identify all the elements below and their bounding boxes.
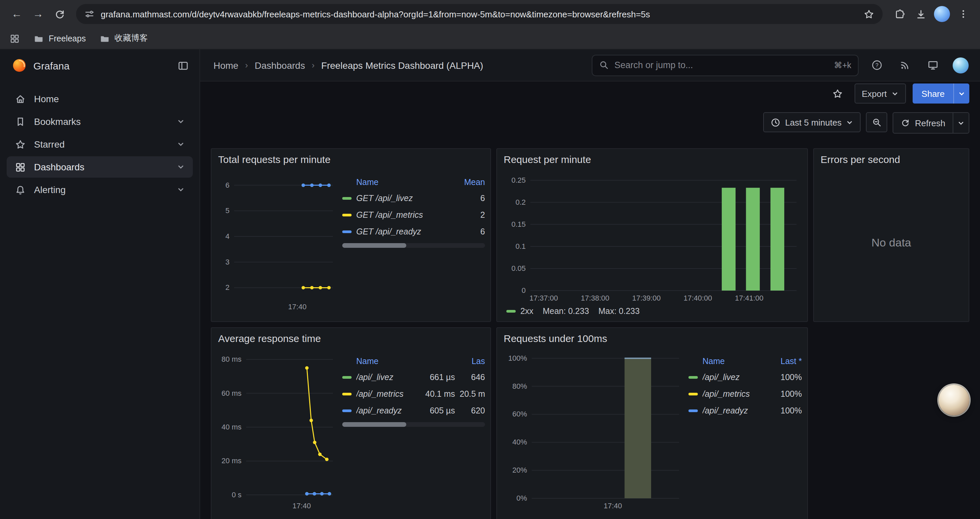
scrollbar-thumb[interactable]	[342, 243, 407, 248]
sidebar-item-alerting[interactable]: Alerting	[7, 179, 193, 200]
grafana-logo[interactable]	[12, 58, 27, 73]
main-area: Home › Dashboards › Freeleaps Metrics Da…	[200, 50, 980, 519]
chevron-down-icon[interactable]	[177, 163, 185, 171]
chevron-down-icon[interactable]	[177, 186, 185, 194]
series-swatch	[342, 197, 352, 200]
svg-text:0%: 0%	[516, 494, 527, 502]
series-swatch	[506, 310, 516, 313]
series-swatch	[342, 230, 352, 233]
favorite-dashboard-button[interactable]	[827, 83, 848, 104]
legend-col-name[interactable]: Name	[356, 357, 413, 366]
series-name[interactable]: /api/_readyz	[703, 406, 767, 415]
svg-text:17:39:00: 17:39:00	[632, 294, 661, 302]
svg-text:0.05: 0.05	[511, 264, 526, 273]
series-name[interactable]: /api/_metrics	[703, 389, 767, 398]
share-menu-button[interactable]	[953, 83, 969, 104]
apps-grid-icon[interactable]	[10, 33, 20, 44]
svg-text:20%: 20%	[512, 466, 527, 474]
panel-requests-under-100ms: Requests under 100ms 0%20%40%60%80%100%1…	[496, 327, 808, 519]
export-button[interactable]: Export	[854, 83, 906, 104]
bookmark-star-icon[interactable]	[863, 8, 875, 20]
grafana-header: Home › Dashboards › Freeleaps Metrics Da…	[200, 50, 980, 81]
series-name[interactable]: /api/_metrics	[356, 389, 413, 398]
chevron-down-icon	[957, 119, 965, 126]
requests-bar-chart: 00.050.10.150.20.2517:37:0017:38:0017:39…	[502, 167, 802, 304]
breadcrumb-home[interactable]: Home	[213, 60, 239, 70]
sidebar-item-label: Alerting	[34, 184, 66, 195]
series-mean: 40.1 ms	[418, 389, 455, 398]
sidebar-item-starred[interactable]: Starred	[7, 134, 193, 155]
svg-text:3: 3	[226, 258, 229, 266]
omnibox[interactable]	[76, 4, 883, 24]
legend-row: GET /api/_metrics 2	[342, 206, 485, 223]
url-input[interactable]	[101, 9, 857, 19]
svg-text:0.2: 0.2	[515, 198, 526, 206]
series-last: 100%	[771, 372, 802, 382]
refresh-main-button[interactable]: Refresh	[894, 113, 953, 133]
forward-button[interactable]: →	[28, 4, 48, 24]
series-name[interactable]: 2xx	[520, 307, 533, 316]
breadcrumb-dashboards[interactable]: Dashboards	[255, 60, 305, 70]
search-input[interactable]	[614, 60, 829, 70]
refresh-interval-button[interactable]	[953, 113, 969, 133]
zoom-out-button[interactable]	[866, 112, 888, 132]
chevron-down-icon[interactable]	[177, 140, 185, 148]
sidebar-item-dashboards[interactable]: Dashboards	[7, 156, 193, 178]
scrollbar-thumb[interactable]	[342, 422, 407, 427]
series-name[interactable]: GET /api/_livez	[356, 193, 453, 203]
sidebar-item-home[interactable]: Home	[7, 88, 193, 110]
clock-icon	[770, 117, 781, 127]
sidebar-item-bookmarks[interactable]: Bookmarks	[7, 111, 193, 132]
time-controls: Last 5 minutes Refresh	[200, 105, 980, 134]
legend-col-last[interactable]: Last *	[771, 357, 802, 366]
zoom-out-icon	[872, 117, 882, 127]
legend-col-name[interactable]: Name	[703, 357, 767, 366]
panel-average-response-time: Average response time 0 s20 ms40 ms60 ms…	[211, 327, 491, 519]
legend-scrollbar[interactable]	[342, 422, 485, 427]
time-range-label: Last 5 minutes	[785, 117, 842, 127]
collapse-sidebar-button[interactable]	[177, 60, 189, 71]
help-icon: ?	[871, 59, 882, 71]
back-button[interactable]: ←	[7, 4, 27, 24]
bookmark-label: Freeleaps	[49, 34, 86, 43]
chevron-down-icon[interactable]	[177, 118, 185, 126]
search-icon	[599, 60, 609, 70]
profile-button[interactable]	[932, 4, 952, 24]
legend-col-last[interactable]: Las	[460, 357, 485, 366]
search-box[interactable]: ⌘+k	[592, 54, 859, 76]
bookmark-item-freeleaps[interactable]: Freeleaps	[33, 33, 86, 44]
site-info-icon[interactable]	[84, 9, 95, 19]
series-last: 646	[460, 372, 485, 382]
extensions-button[interactable]	[889, 4, 909, 24]
series-last: 100%	[771, 389, 802, 398]
share-main-button[interactable]: Share	[913, 83, 953, 104]
chevron-down-icon	[846, 118, 854, 126]
series-name[interactable]: GET /api/_readyz	[356, 227, 453, 236]
series-last: 620	[460, 406, 485, 415]
reload-button[interactable]	[49, 4, 69, 24]
display-button[interactable]	[923, 55, 943, 75]
legend-row: /api/_metrics 40.1 ms 20.5 m	[342, 385, 485, 402]
sidebar-item-label: Starred	[34, 139, 65, 150]
series-name[interactable]: /api/_readyz	[356, 406, 413, 415]
sidebar-item-label: Bookmarks	[34, 116, 81, 127]
bookmark-item-blog[interactable]: 收藏博客	[99, 33, 148, 44]
share-button: Share	[913, 83, 969, 104]
svg-text:100%: 100%	[508, 354, 527, 363]
floating-assistant-avatar[interactable]	[939, 385, 969, 415]
downloads-button[interactable]	[911, 4, 931, 24]
legend-scrollbar[interactable]	[342, 243, 485, 248]
svg-text:6: 6	[226, 181, 229, 189]
series-name[interactable]: GET /api/_metrics	[356, 210, 453, 219]
help-button[interactable]: ?	[867, 55, 886, 75]
user-menu-button[interactable]	[951, 55, 970, 75]
browser-menu-button[interactable]	[953, 4, 973, 24]
legend-col-mean[interactable]: Mean	[458, 178, 485, 187]
panel-title: Average response time	[212, 328, 490, 346]
time-range-picker[interactable]: Last 5 minutes	[763, 112, 861, 132]
series-mean: 6	[458, 227, 485, 236]
legend-col-name[interactable]: Name	[356, 178, 453, 187]
series-name[interactable]: /api/_livez	[703, 372, 767, 382]
news-button[interactable]	[895, 55, 915, 75]
series-name[interactable]: /api/_livez	[356, 372, 413, 382]
